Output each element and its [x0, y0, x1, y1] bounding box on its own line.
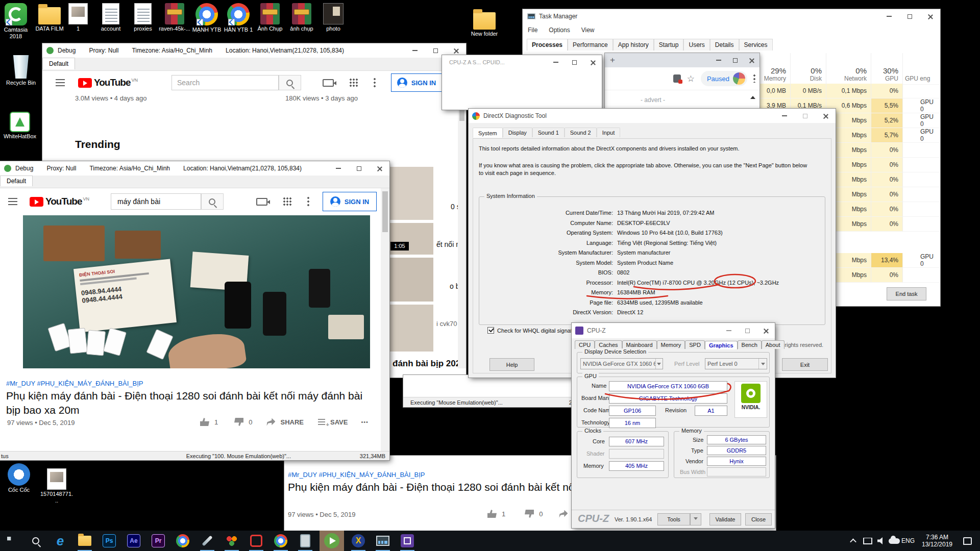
col-name-gpu-engine[interactable]: GPU eng [905, 75, 930, 82]
scrollbar-thumb[interactable] [382, 191, 388, 232]
sign-in-button[interactable]: SIGN IN [323, 192, 377, 211]
tab-mainboard[interactable]: Mainboard [622, 340, 657, 349]
video-hashtags[interactable]: #Mr_DUY #PHỤ_KIỆN_MÁY_ĐÁNH_BÀI_BỊP [6, 380, 143, 387]
debug-front-titlebar[interactable]: Debug Proxy: Null Timezone: Asia/Ho_Chi_… [0, 161, 389, 176]
tab-display[interactable]: Display [503, 128, 532, 137]
tools-button[interactable]: Tools [657, 513, 690, 525]
col-pct-disk[interactable]: 0% [811, 66, 822, 75]
sign-in-button[interactable]: SIGN IN [391, 73, 442, 92]
share-label[interactable]: SHARE [280, 418, 304, 426]
minimize-button[interactable] [710, 53, 727, 67]
tab-startup[interactable]: Startup [654, 39, 684, 51]
create-video-icon[interactable] [323, 79, 334, 87]
scroll-up-arrow-icon[interactable] [750, 93, 755, 99]
col-pct-network[interactable]: 0% [855, 66, 867, 75]
tray-volume[interactable] [874, 533, 888, 549]
tab-performance[interactable]: Performance [568, 39, 613, 51]
tab-details[interactable]: Details [710, 39, 739, 51]
save-icon[interactable] [318, 419, 325, 425]
taskbar-after-effects[interactable]: Ae [124, 533, 144, 549]
taskbar-task-manager[interactable] [373, 533, 393, 549]
scrollbar[interactable] [381, 188, 389, 451]
desktop-icon-proxies[interactable]: proxies [126, 3, 160, 32]
minimize-button[interactable] [547, 55, 565, 69]
maximize-button[interactable] [899, 9, 920, 23]
col-name-network[interactable]: Network [844, 75, 867, 82]
taskbar-file-explorer[interactable] [75, 533, 95, 549]
profile-paused-button[interactable]: Paused [701, 71, 747, 86]
desktop-icon-new-folder[interactable]: New folder [468, 8, 501, 37]
maximize-button[interactable] [738, 323, 756, 338]
tab-sound2[interactable]: Sound 2 [565, 128, 597, 137]
action-center-button[interactable] [959, 533, 976, 549]
tab-memory[interactable]: Memory [657, 340, 685, 349]
desktop-icon-1[interactable]: 1 [61, 3, 95, 32]
dxdiag-titlebar[interactable]: DirectX Diagnostic Tool [469, 109, 836, 123]
start-button[interactable] [1, 533, 21, 549]
chrome-menu-icon[interactable] [753, 74, 755, 83]
minimize-button[interactable] [879, 9, 899, 23]
more-options-icon[interactable] [374, 78, 376, 87]
end-task-button[interactable]: End task [887, 287, 926, 300]
maximize-button[interactable] [727, 53, 743, 67]
youtube-logo[interactable]: YouTube VN [78, 77, 138, 88]
taskbar-photoshop[interactable]: Ps [99, 533, 119, 549]
tab-input[interactable]: Input [597, 128, 620, 137]
perf-level-select[interactable]: Perf Level 0 [705, 358, 767, 369]
desktop-icon-coccoc[interactable]: Cốc Cốc [2, 463, 36, 493]
new-tab-button[interactable]: + [610, 55, 615, 65]
bookmark-star-icon[interactable]: ☆ [687, 73, 695, 84]
video-thumbnail[interactable] [388, 305, 433, 352]
taskbar-edge[interactable]: e [50, 533, 70, 549]
video-thumbnail[interactable] [388, 258, 433, 302]
close-button[interactable]: Close [745, 513, 772, 525]
table-row[interactable]: 0,0 MB0 MB/s0,1 Mbps0% [746, 84, 940, 98]
minimize-button[interactable] [405, 43, 425, 58]
minimize-button[interactable] [720, 323, 738, 338]
maximize-button[interactable] [565, 55, 583, 69]
taskbar-dxdiag[interactable]: X [348, 533, 369, 549]
debug-back-titlebar[interactable]: Debug Proxy: Null Timezone: Asia/Ho_Chi_… [42, 43, 466, 58]
exit-button[interactable]: Exit [782, 358, 828, 371]
tab-bench[interactable]: Bench [738, 340, 762, 349]
desktop-icon-photo-file[interactable]: 1570148771... [40, 468, 74, 504]
mid-titlebar[interactable]: CPU-Z A S... CPUID... [442, 55, 602, 69]
tab-about[interactable]: About [762, 340, 785, 349]
tab-cpu[interactable]: CPU [575, 340, 595, 349]
taskbar-debug-app-active[interactable] [320, 531, 344, 551]
desktop-icon-han-ytb[interactable]: HÂN YTB 1 [222, 3, 255, 33]
close-button[interactable] [369, 161, 389, 176]
tab-app-history[interactable]: App history [613, 39, 654, 51]
video-player[interactable]: ĐIỆN THOẠI SOI 0948.94.4444 0948.44.4444 [23, 215, 370, 368]
taskbar-chrome[interactable] [173, 533, 193, 549]
dislike-icon[interactable] [525, 510, 534, 518]
search-button[interactable] [201, 193, 224, 210]
validate-button[interactable]: Validate [709, 513, 741, 525]
hamburger-menu-icon[interactable] [56, 79, 65, 86]
desktop-icon-raven[interactable]: raven-45k-... [158, 3, 191, 32]
col-name-memory[interactable]: Memory [764, 75, 786, 82]
chrome-tabstrip[interactable]: + [605, 53, 760, 67]
desktop-icon-whitehatbox[interactable]: WhiteHatBox [3, 110, 37, 140]
taskbar-premiere[interactable]: Pr [148, 533, 168, 549]
col-name-gpu[interactable]: GPU [885, 75, 898, 82]
taskbar-phone-app[interactable] [295, 533, 315, 549]
share-icon[interactable] [559, 510, 568, 518]
create-video-icon[interactable] [256, 198, 267, 206]
menu-file[interactable]: File [528, 27, 537, 34]
more-options-icon[interactable] [307, 197, 309, 206]
search-button[interactable] [279, 75, 301, 90]
desktop-icon-manh-ytb[interactable]: MẠNH YTB [190, 3, 224, 33]
whql-checkbox-row[interactable]: Check for WHQL digital signatures [487, 327, 583, 334]
whql-checkbox[interactable] [487, 327, 494, 334]
desktop-icon-photo[interactable]: photo [316, 3, 350, 32]
apps-grid-icon[interactable] [283, 197, 292, 206]
taskbar-photo-app[interactable] [222, 533, 242, 549]
col-pct-memory[interactable]: 29% [771, 66, 786, 75]
video-hashtags[interactable]: #Mr_DUY #PHỤ_KIỆN_MÁY_ĐÁNH_BÀI_BỊP [288, 471, 425, 479]
desktop-icon-camtasia[interactable]: Camtasia 2018 [0, 3, 33, 40]
task-manager-titlebar[interactable]: Task Manager [523, 9, 940, 23]
taskbar-search-button[interactable] [26, 533, 46, 549]
menu-view[interactable]: View [581, 27, 595, 34]
tab-system[interactable]: System [473, 128, 503, 138]
